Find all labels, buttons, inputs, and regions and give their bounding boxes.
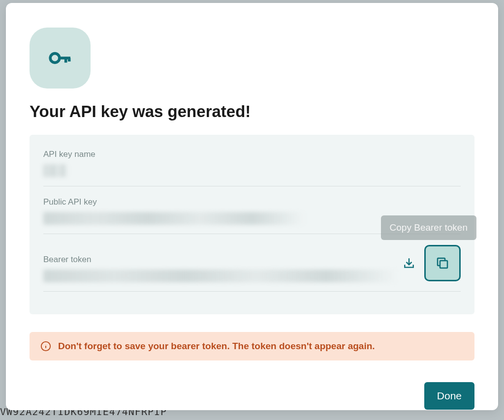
download-icon [403, 257, 415, 270]
svg-point-0 [50, 54, 60, 63]
copy-token-button[interactable] [424, 245, 461, 281]
svg-rect-4 [440, 261, 447, 268]
warning-banner: Don't forget to save your bearer token. … [30, 332, 474, 360]
key-icon [46, 44, 74, 72]
public-api-key-value-redacted [43, 212, 304, 225]
bearer-token-value-redacted [43, 270, 398, 282]
modal-title: Your API key was generated! [30, 102, 474, 121]
download-token-button[interactable] [403, 257, 415, 270]
api-key-name-label: API key name [43, 150, 461, 159]
api-key-modal: Your API key was generated! API key name… [6, 3, 498, 410]
modal-footer: Done [30, 382, 474, 410]
api-key-name-value-redacted [43, 164, 68, 177]
bearer-token-field: Bearer token [43, 245, 461, 292]
key-icon-container [30, 28, 91, 89]
public-api-key-label: Public API key [43, 197, 461, 207]
copy-tooltip: Copy Bearer token [381, 215, 476, 240]
key-info-card: API key name Public API key Bearer token [30, 135, 474, 314]
api-key-name-field: API key name [43, 150, 461, 186]
copy-icon [435, 256, 450, 270]
info-icon [40, 341, 51, 352]
done-button[interactable]: Done [424, 382, 474, 410]
warning-text: Don't forget to save your bearer token. … [58, 341, 375, 352]
bearer-token-label: Bearer token [43, 255, 403, 265]
